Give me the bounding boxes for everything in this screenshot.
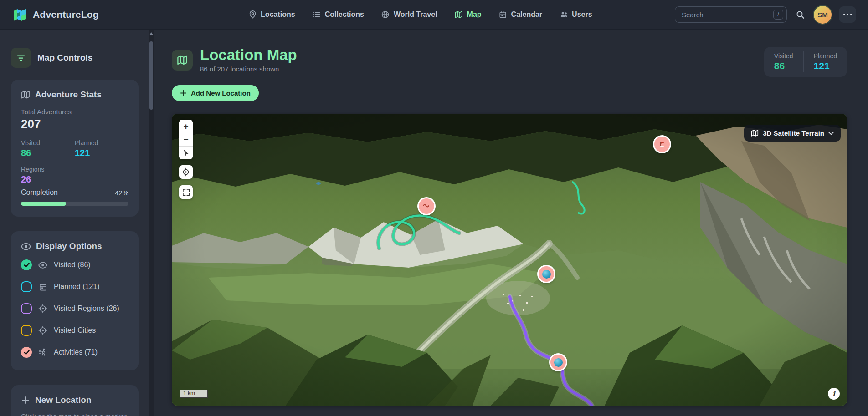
regions-label: Regions [21,166,75,173]
search-box: / [675,6,787,23]
nav-item-collections[interactable]: Collections [313,10,364,19]
sidebar-scrollbar[interactable] [149,30,154,416]
option-label: Visited (86) [54,261,91,269]
option-label: Planned (121) [54,283,100,291]
map-style-selector[interactable]: 3D Satellite Terrain [744,125,841,142]
runner-icon [38,348,48,357]
compass-button[interactable] [179,146,193,159]
zoom-out-button[interactable]: − [179,133,193,146]
nav-label: Collections [325,10,364,19]
map-scale-bar: 1 km [180,390,208,398]
navbar: AdventureLog Locations Collections [0,0,868,30]
sidebar-title: Map Controls [37,53,92,63]
new-location-hint: Click on the map to place a marker. [21,412,128,416]
search-input[interactable] [675,6,787,23]
plus-icon [21,396,30,405]
scale-label: 1 km [183,390,195,396]
map-canvas[interactable]: + − [172,114,847,406]
option-visited-cities[interactable]: Visited Cities [21,325,128,336]
option-activities[interactable]: Activities (71) [21,347,128,358]
page-title: Location Map [200,47,297,63]
completion-progress-bar [21,202,128,206]
sidebar-header: Map Controls [11,48,139,68]
map-style-label: 3D Satellite Terrain [763,129,824,137]
geolocate-button[interactable] [179,165,193,179]
page-subtitle: 86 of 207 locations shown [200,65,297,73]
option-label: Activities (71) [54,348,98,356]
zoom-in-button[interactable]: + [179,120,193,133]
add-new-location-button[interactable]: Add New Location [172,85,259,101]
summary-visited-label: Visited [774,52,793,60]
users-icon [560,10,568,19]
ellipsis-icon [843,14,852,15]
map-marker-activity-4[interactable] [550,355,566,370]
planned-value: 121 [75,148,128,158]
map-icon [751,129,759,137]
total-adventures-label: Total Adventures [21,108,128,116]
user-avatar[interactable]: SM [814,6,832,24]
main-content: Location Map 86 of 207 locations shown V… [154,30,868,416]
overflow-menu-button[interactable] [839,6,856,23]
visited-cities-checkbox[interactable] [21,325,32,336]
calendar-icon [499,10,507,19]
regions-value: 26 [21,174,75,185]
photo-thumbnail [554,358,563,367]
globe-icon [381,10,390,19]
adventure-stats-card: Adventure Stats Total Adventures 207 Vis… [11,80,139,217]
location-map-icon-tile [172,50,193,71]
nav-item-map[interactable]: Map [455,10,482,19]
nav-label: World Travel [394,10,437,19]
planned-checkbox[interactable] [21,281,32,292]
terrain-imagery [172,114,847,406]
attribution-button[interactable]: i [828,388,840,400]
search-icon [796,10,805,19]
plus-icon [180,90,187,96]
nav-label: Map [467,10,482,19]
map-marker-activity-1[interactable] [654,137,670,152]
nav-item-world-travel[interactable]: World Travel [381,10,437,19]
nav-label: Locations [261,10,295,19]
activities-checkbox[interactable] [21,347,32,358]
option-visited[interactable]: Visited (86) [21,259,128,270]
new-location-card: New Location Click on the map to place a… [11,385,139,416]
option-planned[interactable]: Planned (121) [21,281,128,292]
display-options-title: Display Options [36,241,102,251]
nav-item-calendar[interactable]: Calendar [499,10,542,19]
target-icon [38,304,48,313]
filter-icon-tile [11,48,31,68]
fullscreen-button[interactable] [179,185,193,199]
summary-planned-value: 121 [814,61,837,71]
search-button[interactable] [794,9,806,21]
planned-label: Planned [75,139,128,147]
app-title: AdventureLog [33,9,99,20]
visited-regions-checkbox[interactable] [21,303,32,314]
fullscreen-icon [182,188,190,197]
compass-needle-icon [181,148,191,158]
option-visited-regions[interactable]: Visited Regions (26) [21,303,128,314]
scrollbar-thumb[interactable] [149,41,153,110]
crosshair-icon [181,167,190,177]
trail-icon [422,203,431,209]
nav-label: Users [572,10,592,19]
list-icon [313,10,321,19]
app-logo[interactable]: AdventureLog [12,7,99,22]
nav-label: Calendar [511,10,542,19]
nav-item-users[interactable]: Users [560,10,592,19]
summary-planned-label: Planned [814,52,837,60]
eye-icon [21,243,31,250]
new-location-title: New Location [35,395,92,405]
map-marker-activity-3[interactable] [539,266,554,282]
visited-label: Visited [21,139,75,147]
summary-visited-value: 86 [774,61,793,71]
nav-item-locations[interactable]: Locations [248,10,295,19]
pin-icon [248,10,257,19]
navbar-right: / SM [675,6,856,24]
photo-thumbnail [542,270,551,279]
map-marker-activity-2[interactable] [419,198,434,214]
scrollbar-up-arrow[interactable] [149,32,153,35]
target-icon [38,326,48,335]
visited-checkbox[interactable] [21,259,32,270]
summary-stats-pill: Visited 86 Planned 121 [764,47,847,77]
main-nav: Locations Collections World Travel [248,0,592,29]
option-label: Visited Regions (26) [54,304,119,313]
